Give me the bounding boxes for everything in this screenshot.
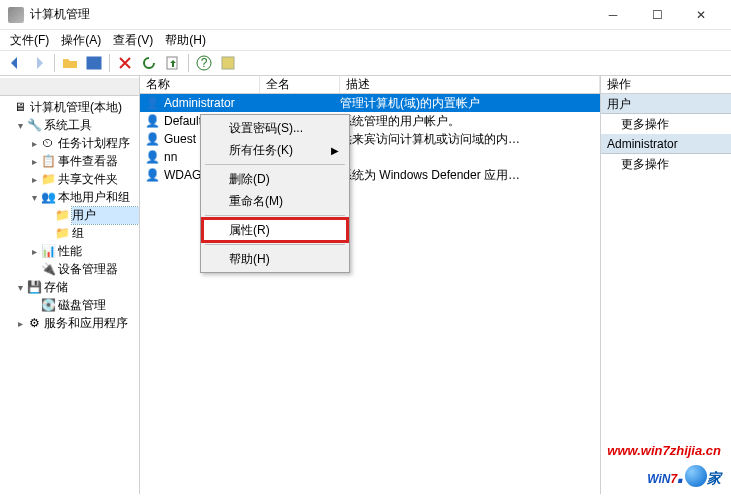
wrench-icon: 🔧	[26, 117, 42, 133]
menu-set-password[interactable]: 设置密码(S)...	[203, 117, 347, 139]
menu-separator	[205, 215, 345, 216]
body: 🖥计算机管理(本地) ▾🔧系统工具 ▸⏲任务计划程序 ▸📋事件查看器 ▸📁共享文…	[0, 76, 731, 494]
actions-more-1[interactable]: 更多操作	[601, 114, 731, 134]
tree-disk-management[interactable]: 💽磁盘管理	[0, 296, 139, 314]
maximize-button[interactable]: ☐	[635, 0, 679, 30]
disk-icon: 💽	[40, 297, 56, 313]
separator	[188, 54, 189, 72]
help-button[interactable]: ?	[193, 52, 215, 74]
tree-storage[interactable]: ▾💾存储	[0, 278, 139, 296]
menu-separator	[205, 164, 345, 165]
svg-rect-1	[87, 57, 92, 69]
refresh-button[interactable]	[138, 52, 160, 74]
menu-help[interactable]: 帮助(H)	[159, 32, 212, 49]
computer-icon: 🖥	[12, 99, 28, 115]
list-pane: 名称 全名 描述 👤Administrator管理计算机(域)的内置帐户 👤De…	[140, 76, 601, 494]
column-description[interactable]: 描述	[340, 76, 600, 93]
tree-local-users[interactable]: ▾👥本地用户和组	[0, 188, 139, 206]
actions-header: 操作	[601, 76, 731, 94]
navigation-tree[interactable]: 🖥计算机管理(本地) ▾🔧系统工具 ▸⏲任务计划程序 ▸📋事件查看器 ▸📁共享文…	[0, 76, 140, 494]
menu-file[interactable]: 文件(F)	[4, 32, 55, 49]
column-name[interactable]: 名称	[140, 76, 260, 93]
user-icon: 👤	[144, 149, 160, 165]
menu-separator	[205, 244, 345, 245]
toolbar: ?	[0, 50, 731, 76]
folder-icon: 📁	[54, 207, 70, 223]
actions-section-admin: Administrator	[601, 134, 731, 154]
perf-icon: 📊	[40, 243, 56, 259]
tree-event-viewer[interactable]: ▸📋事件查看器	[0, 152, 139, 170]
separator	[54, 54, 55, 72]
window-title: 计算机管理	[30, 6, 591, 23]
user-icon: 👤	[144, 131, 160, 147]
tree-shared-folders[interactable]: ▸📁共享文件夹	[0, 170, 139, 188]
menu-all-tasks[interactable]: 所有任务(K)▶	[203, 139, 347, 161]
device-icon: 🔌	[40, 261, 56, 277]
forward-button[interactable]	[28, 52, 50, 74]
clock-icon: ⏲	[40, 135, 56, 151]
tree-system-tools[interactable]: ▾🔧系统工具	[0, 116, 139, 134]
tree-users[interactable]: 📁用户	[0, 206, 139, 224]
users-icon: 👥	[40, 189, 56, 205]
menu-properties[interactable]: 属性(R)	[203, 219, 347, 241]
list-body: 👤Administrator管理计算机(域)的内置帐户 👤DefaultAcco…	[140, 94, 600, 184]
column-fullname[interactable]: 全名	[260, 76, 340, 93]
gear-icon: ⚙	[26, 315, 42, 331]
storage-icon: 💾	[26, 279, 42, 295]
menu-view[interactable]: 查看(V)	[107, 32, 159, 49]
tree-device-manager[interactable]: 🔌设备管理器	[0, 260, 139, 278]
tree-performance[interactable]: ▸📊性能	[0, 242, 139, 260]
context-menu: 设置密码(S)... 所有任务(K)▶ 删除(D) 重命名(M) 属性(R) 帮…	[200, 114, 350, 273]
tree-task-scheduler[interactable]: ▸⏲任务计划程序	[0, 134, 139, 152]
folder-icon: 📁	[54, 225, 70, 241]
user-icon: 👤	[144, 95, 160, 111]
svg-text:?: ?	[201, 56, 208, 70]
close-button[interactable]: ✕	[679, 0, 723, 30]
export-button[interactable]	[162, 52, 184, 74]
event-icon: 📋	[40, 153, 56, 169]
user-icon: 👤	[144, 113, 160, 129]
tree-groups[interactable]: 📁组	[0, 224, 139, 242]
separator	[109, 54, 110, 72]
user-row-administrator[interactable]: 👤Administrator管理计算机(域)的内置帐户	[140, 94, 600, 112]
actions-pane: 操作 用户 更多操作 Administrator 更多操作	[601, 76, 731, 494]
menubar: 文件(F) 操作(A) 查看(V) 帮助(H)	[0, 30, 731, 50]
menu-help[interactable]: 帮助(H)	[203, 248, 347, 270]
up-button[interactable]	[59, 52, 81, 74]
show-hide-button[interactable]	[83, 52, 105, 74]
actions-more-2[interactable]: 更多操作	[601, 154, 731, 174]
menu-rename[interactable]: 重命名(M)	[203, 190, 347, 212]
actions-section-users: 用户	[601, 94, 731, 114]
tree-services[interactable]: ▸⚙服务和应用程序	[0, 314, 139, 332]
folder-icon: 📁	[40, 171, 56, 187]
chevron-right-icon: ▶	[331, 145, 339, 156]
properties-button[interactable]	[217, 52, 239, 74]
user-icon: 👤	[144, 167, 160, 183]
minimize-button[interactable]: ─	[591, 0, 635, 30]
tree-root[interactable]: 🖥计算机管理(本地)	[0, 98, 139, 116]
list-header: 名称 全名 描述	[140, 76, 600, 94]
svg-rect-5	[222, 57, 234, 69]
tree-header	[0, 78, 139, 96]
app-icon	[8, 7, 24, 23]
menu-action[interactable]: 操作(A)	[55, 32, 107, 49]
titlebar: 计算机管理 ─ ☐ ✕	[0, 0, 731, 30]
menu-delete[interactable]: 删除(D)	[203, 168, 347, 190]
delete-button[interactable]	[114, 52, 136, 74]
back-button[interactable]	[4, 52, 26, 74]
